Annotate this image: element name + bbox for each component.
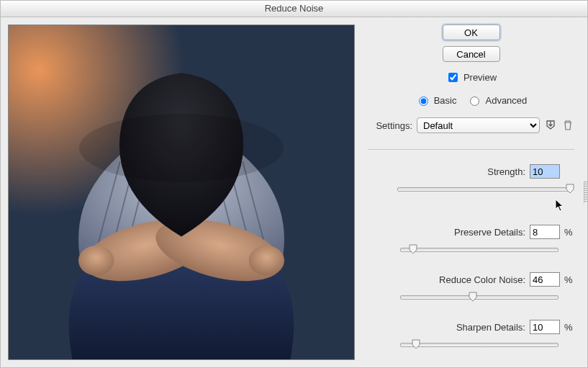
dialog-content: OK Cancel Preview Basic Advanced [1,17,587,367]
strength-input[interactable] [530,164,560,179]
preview-label-text: Preview [463,72,497,83]
strength-slider[interactable] [397,183,570,194]
sharpen-thumb[interactable] [412,339,420,349]
sharpen-input[interactable] [530,320,560,334]
preserve-details-input[interactable] [530,225,560,239]
settings-label: Settings: [368,120,412,131]
preview-checkbox[interactable] [448,73,458,82]
preserve-details-thumb[interactable] [409,244,417,254]
strength-param: Strength: [368,164,574,207]
settings-row: Settings: Default [368,117,574,133]
slider-track [397,187,570,192]
preserve-details-param: Preserve Details: % [368,225,574,255]
color-noise-thumb[interactable] [469,292,477,302]
strength-thumb[interactable] [566,184,574,194]
strength-label: Strength: [487,166,525,177]
color-noise-param: Reduce Color Noise: % [368,272,574,302]
controls-panel: OK Cancel Preview Basic Advanced [362,17,587,367]
advanced-radio-label[interactable]: Advanced [466,94,527,106]
save-preset-icon[interactable] [544,119,557,132]
basic-radio[interactable] [419,97,428,106]
separator [368,149,574,150]
mode-radio-group: Basic Advanced [368,94,574,106]
svg-point-3 [249,246,284,276]
ok-button[interactable]: OK [443,24,500,40]
preserve-details-slider[interactable] [400,243,558,255]
sharpen-slider[interactable] [400,338,558,350]
reduce-noise-dialog: Reduce Noise [0,0,588,368]
settings-select[interactable]: Default [417,117,540,133]
basic-radio-label[interactable]: Basic [415,94,457,106]
percent-unit: % [564,227,574,238]
color-noise-input[interactable] [530,272,560,287]
svg-point-2 [78,246,114,276]
sharpen-param: Sharpen Details: % [368,320,574,350]
window-title: Reduce Noise [265,3,324,14]
titlebar: Reduce Noise [1,1,587,17]
resize-handle[interactable] [584,181,587,203]
advanced-radio[interactable] [470,97,479,106]
sharpen-label: Sharpen Details: [456,322,525,333]
preview-canvas[interactable] [8,24,355,360]
color-noise-label: Reduce Color Noise: [439,274,525,285]
svg-point-4 [79,114,284,182]
preview-illustration [9,25,354,359]
preview-checkbox-label[interactable]: Preview [445,71,497,84]
preserve-details-label: Preserve Details: [454,227,525,238]
trash-icon[interactable] [561,119,574,132]
color-noise-slider[interactable] [400,291,558,302]
cancel-button[interactable]: Cancel [443,46,500,62]
